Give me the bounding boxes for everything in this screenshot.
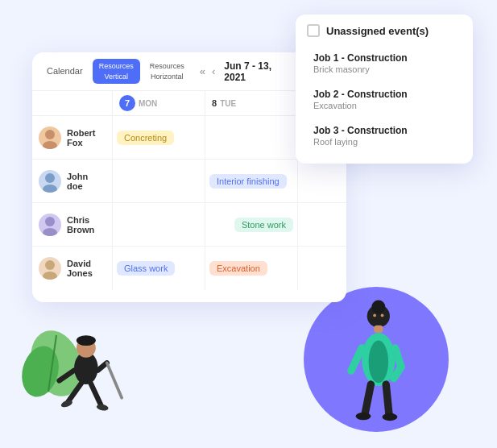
svg-point-10 — [43, 272, 57, 280]
avatar-robert-fox — [39, 127, 61, 149]
more-col-john — [298, 160, 346, 202]
day-name-tue: TUE — [220, 99, 236, 108]
person-name-john: John doe — [67, 172, 106, 191]
svg-point-25 — [369, 340, 388, 383]
event-cell-chris-tue: Stone work — [205, 203, 298, 246]
popup-item-job2-subtitle: Excavation — [313, 101, 455, 110]
svg-line-16 — [68, 383, 82, 401]
popup-header: Unassigned event(s) — [307, 24, 462, 37]
date-range-label: Jun 7 - 13, 2021 — [224, 60, 292, 83]
svg-line-29 — [365, 384, 371, 415]
header-day-7: 7 MON — [113, 91, 205, 115]
more-col-david — [298, 247, 346, 290]
person-name-david: David Jones — [67, 259, 106, 278]
svg-line-30 — [386, 384, 389, 415]
event-cell-john-tue: Interior finishing — [205, 160, 298, 202]
event-tag-interior[interactable]: Interior finishing — [209, 174, 287, 189]
svg-point-3 — [45, 130, 55, 139]
event-tag-concreting[interactable]: Concreting — [117, 131, 174, 145]
svg-point-33 — [373, 314, 376, 317]
person-name-chris: Chris Brown — [67, 215, 106, 234]
event-cell-robert-tue — [205, 116, 298, 159]
svg-rect-23 — [374, 326, 383, 333]
svg-line-28 — [394, 367, 401, 378]
popup-item-job1-subtitle: Brick masonry — [313, 64, 455, 74]
event-cell-robert-mon: Concreting — [113, 116, 205, 159]
avatar-david-jones — [39, 257, 61, 280]
svg-line-17 — [90, 383, 101, 405]
person-cell-robert: Robert Fox — [32, 116, 113, 159]
event-tag-excavation[interactable]: Excavation — [209, 261, 267, 276]
svg-point-7 — [45, 217, 55, 226]
day-number-7: 7 — [119, 95, 135, 111]
popup-item-job2-title: Job 2 - Construction — [313, 89, 455, 100]
nav-prev[interactable]: ‹ — [209, 64, 217, 79]
tab-calendar[interactable]: Calendar — [40, 63, 89, 80]
table-row: Chris Brown Stone work — [32, 203, 346, 247]
popup-item-job2[interactable]: Job 2 - Construction Excavation — [307, 83, 462, 116]
person-cell-john: John doe — [32, 160, 113, 202]
nav-controls: « ‹ — [197, 64, 218, 79]
event-cell-david-mon: Glass work — [113, 247, 205, 290]
popup-item-job3-subtitle: Roof laying — [313, 137, 455, 147]
header-day-8: 8 TUE — [205, 91, 298, 115]
popup-checkbox[interactable] — [307, 24, 320, 37]
table-row: John doe Interior finishing — [32, 160, 346, 203]
tab-resources-vertical[interactable]: Resources Vertical — [93, 59, 140, 84]
svg-line-26 — [351, 348, 362, 371]
popup-item-job3[interactable]: Job 3 - Construction Roof laying — [307, 119, 462, 152]
tab-resources-horizontal[interactable]: Resources Horizontal — [143, 59, 191, 84]
person-cell-david: David Jones — [32, 247, 113, 290]
svg-point-9 — [45, 260, 55, 270]
svg-point-31 — [356, 413, 371, 420]
event-cell-chris-mon — [113, 203, 205, 246]
svg-point-34 — [381, 314, 384, 317]
event-tag-glass[interactable]: Glass work — [117, 261, 175, 276]
popup-title: Unassigned event(s) — [326, 25, 429, 37]
svg-point-8 — [43, 228, 57, 236]
svg-point-13 — [77, 335, 96, 346]
event-cell-john-mon — [113, 160, 205, 202]
event-tag-stone[interactable]: Stone work — [234, 218, 293, 232]
avatar-john-doe — [39, 170, 61, 193]
popup-item-job1[interactable]: Job 1 - Construction Brick masonry — [307, 47, 462, 80]
event-cell-david-tue: Excavation — [205, 247, 298, 290]
unassigned-events-popup: Unassigned event(s) Job 1 - Construction… — [296, 15, 473, 164]
svg-point-6 — [43, 185, 57, 193]
svg-line-15 — [98, 363, 107, 370]
day-number-8: 8 — [212, 98, 217, 108]
svg-point-4 — [43, 141, 57, 149]
svg-point-22 — [371, 301, 385, 314]
popup-item-job1-title: Job 1 - Construction — [313, 52, 455, 64]
person-name-robert: Robert Fox — [67, 128, 106, 147]
svg-line-20 — [107, 363, 122, 397]
svg-point-5 — [45, 173, 55, 183]
nav-prev-prev[interactable]: « — [197, 64, 208, 79]
character-left — [44, 327, 125, 424]
svg-line-14 — [60, 371, 74, 381]
svg-point-32 — [383, 413, 398, 421]
popup-item-job3-title: Job 3 - Construction — [313, 125, 455, 136]
header-empty — [32, 91, 113, 115]
avatar-chris-brown — [39, 214, 61, 236]
table-row: David Jones Glass work Excavation — [32, 247, 346, 290]
character-right — [332, 295, 420, 424]
more-col-chris — [298, 203, 346, 246]
person-cell-chris: Chris Brown — [32, 203, 113, 246]
day-name-mon: MON — [139, 99, 157, 108]
